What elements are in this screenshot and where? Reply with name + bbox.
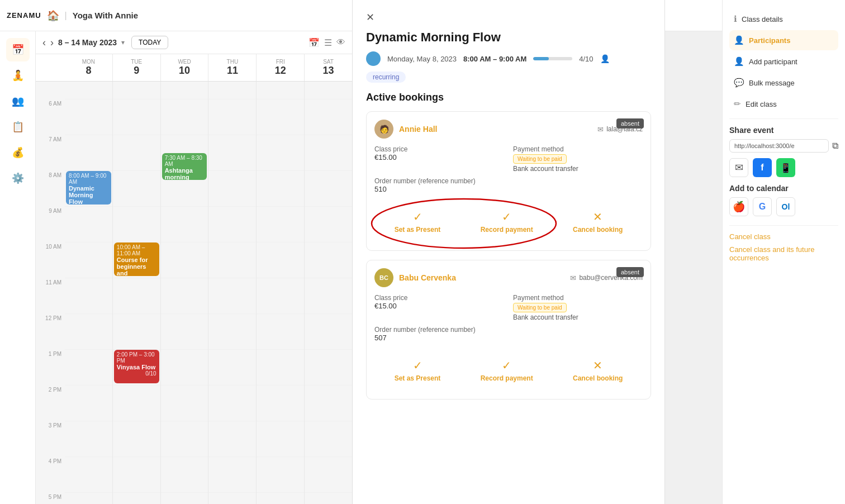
class-price-annie: €15.00: [374, 153, 504, 161]
set-present-button-babu[interactable]: ✓ Set as Present: [388, 354, 448, 387]
add-to-calendar-section: Add to calendar 🍎 G Ol: [729, 184, 838, 216]
right-nav-add-participant[interactable]: 👤 Add participant: [729, 51, 838, 72]
day-col-tue: 10:00 AM – 11:00 AM Course for beginners…: [113, 82, 161, 504]
day-col-mon: 8:00 AM – 9:00 AM Dynamic Morning Flow 4…: [65, 82, 113, 504]
class-details-label: Class details: [742, 15, 783, 23]
share-facebook-icon[interactable]: f: [753, 158, 772, 177]
info-icon: ℹ: [734, 14, 737, 24]
bulk-message-icon: 💬: [734, 78, 744, 88]
share-whatsapp-icon[interactable]: 📱: [776, 158, 795, 177]
participant-name-babu[interactable]: Babu Cervenka: [399, 273, 456, 282]
present-label-babu: Set as Present: [395, 374, 441, 382]
right-nav-bulk-message[interactable]: 💬 Bulk message: [729, 73, 838, 93]
close-modal-button[interactable]: ✕: [366, 11, 374, 23]
time-4pm: 4 PM: [36, 457, 65, 493]
cancel-class-link[interactable]: Cancel class: [729, 232, 838, 241]
event-course-beginners[interactable]: 10:00 AM – 11:00 AM Course for beginners…: [114, 243, 159, 276]
order-number-label-annie: Order number (reference number): [374, 177, 504, 185]
sidebar-item-calendar[interactable]: 📅: [6, 38, 30, 61]
recurring-badge: recurring: [366, 72, 406, 83]
edit-icon: ✏: [734, 99, 741, 109]
date-range-chevron: ▾: [121, 39, 125, 46]
time-6am: 6 AM: [36, 99, 65, 135]
cancel-booking-button-annie[interactable]: ✕ Cancel booking: [566, 206, 629, 238]
cancel-booking-button-babu[interactable]: ✕ Cancel booking: [566, 354, 629, 387]
days-header: MON 8 TUE 9 WED 10 THU 11 FRI 12 SAT 13: [36, 54, 352, 82]
calendar-header: ‹ › 8 – 14 May 2023 ▾ TODAY 📅 ☰ 👁: [36, 31, 352, 54]
sidebar: 📅 🧘 👥 📋 💰 ⚙️: [0, 31, 36, 504]
time-2pm: 2 PM: [36, 386, 65, 421]
share-section: Share event http://localhost:3000/e ⧉ ✉ …: [729, 126, 838, 177]
waiting-badge-babu: Waiting to be paid: [513, 303, 567, 312]
cancel-icon-annie: ✕: [593, 210, 602, 224]
active-bookings-title: Active bookings: [366, 92, 651, 103]
payment-label-annie: Record payment: [481, 226, 533, 234]
main-calendar: ‹ › 8 – 14 May 2023 ▾ TODAY 📅 ☰ 👁 MON 8 …: [36, 31, 352, 504]
view-eye-icon[interactable]: 👁: [336, 37, 345, 48]
cancel-class-future-link[interactable]: Cancel class and its future occurrences: [729, 245, 838, 262]
booking-details-babu: Class price €15.00 Payment method Waitin…: [374, 294, 643, 342]
email-icon-annie: ✉: [597, 125, 604, 134]
copy-icon[interactable]: ⧉: [832, 141, 838, 151]
add-participant-icon: 👤: [734, 56, 744, 66]
time-9am: 9 AM: [36, 207, 65, 243]
sidebar-item-people[interactable]: 🧘: [6, 64, 30, 87]
right-nav-class-details[interactable]: ℹ Class details: [729, 9, 838, 29]
payment-label-babu: Record payment: [481, 374, 533, 382]
page-title: Yoga With Annie: [73, 11, 138, 20]
calendar-icons-row: 🍎 G Ol: [729, 197, 838, 216]
capacity-text: 4/10: [579, 55, 593, 63]
payment-method-babu: Bank account transfer: [513, 313, 643, 321]
right-divider-2: [729, 225, 838, 226]
event-dynamic-morning[interactable]: 8:00 AM – 9:00 AM Dynamic Morning Flow 4…: [66, 171, 111, 205]
class-color-dot: [366, 51, 381, 66]
order-number-label-babu: Order number (reference number): [374, 326, 504, 334]
cancel-label-babu: Cancel booking: [573, 374, 623, 382]
time-1pm: 1 PM: [36, 350, 65, 386]
day-col-wed: 7:30 AM – 8:30 AM Ashtanga morning: [161, 82, 209, 504]
time-5pm: 5 PM: [36, 493, 65, 504]
apple-calendar-icon[interactable]: 🍎: [729, 197, 748, 216]
event-vinyasa[interactable]: 2:00 PM – 3:00 PM Vinyasa Flow 0/10: [114, 350, 159, 383]
today-button[interactable]: TODAY: [131, 36, 168, 49]
prev-week-button[interactable]: ‹: [42, 37, 46, 49]
google-calendar-icon[interactable]: G: [753, 197, 772, 216]
sidebar-item-groups[interactable]: 👥: [6, 89, 30, 113]
share-email-icon[interactable]: ✉: [729, 158, 748, 177]
payment-method-label-annie: Payment method: [513, 145, 643, 153]
participant-name-annie[interactable]: Annie Hall: [399, 125, 437, 134]
record-payment-button-babu[interactable]: ✓ Record payment: [474, 354, 540, 387]
home-icon[interactable]: 🏠: [47, 9, 59, 22]
date-range[interactable]: 8 – 14 May 2023: [58, 38, 117, 47]
time-11am: 11 AM: [36, 278, 65, 314]
absent-badge-babu: absent: [616, 267, 644, 277]
day-header-fri: FRI 12: [257, 54, 305, 81]
event-ashtanga[interactable]: 7:30 AM – 8:30 AM Ashtanga morning: [162, 153, 207, 180]
view-list-icon[interactable]: ☰: [324, 37, 332, 48]
email-icon-babu: ✉: [570, 274, 576, 282]
right-divider: [729, 118, 838, 119]
time-8am: 8 AM: [36, 171, 65, 207]
share-title: Share event: [729, 126, 838, 135]
booking-card-annie: absent 🧑 Annie Hall ✉ lala@lala.cz Class…: [366, 111, 651, 251]
next-week-button[interactable]: ›: [50, 37, 54, 49]
modal-panel: ✕ Dynamic Morning Flow Monday, May 8, 20…: [352, 0, 665, 504]
right-nav-participants[interactable]: 👤 Participants: [729, 30, 838, 50]
view-calendar-icon[interactable]: 📅: [308, 37, 320, 48]
app-logo: ZENAMU: [7, 11, 41, 20]
sidebar-item-settings[interactable]: ⚙️: [6, 167, 30, 190]
right-nav-edit-class[interactable]: ✏ Edit class: [729, 94, 838, 114]
sidebar-item-money[interactable]: 💰: [6, 141, 30, 164]
share-url-field[interactable]: http://localhost:3000/e: [729, 139, 829, 153]
avatar-annie: 🧑: [374, 120, 393, 139]
day-header-tue: TUE 9: [113, 54, 161, 81]
participants-label: Participants: [749, 36, 790, 45]
order-number-babu: 507: [374, 334, 504, 342]
waiting-badge-annie: Waiting to be paid: [513, 154, 567, 164]
record-payment-button-annie[interactable]: ✓ Record payment: [474, 206, 540, 238]
sidebar-item-notes[interactable]: 📋: [6, 115, 30, 139]
time-7am: 7 AM: [36, 135, 65, 171]
class-price-label-babu: Class price: [374, 294, 504, 302]
outlook-calendar-icon[interactable]: Ol: [776, 197, 795, 216]
set-present-button-annie[interactable]: ✓ Set as Present: [388, 206, 448, 238]
